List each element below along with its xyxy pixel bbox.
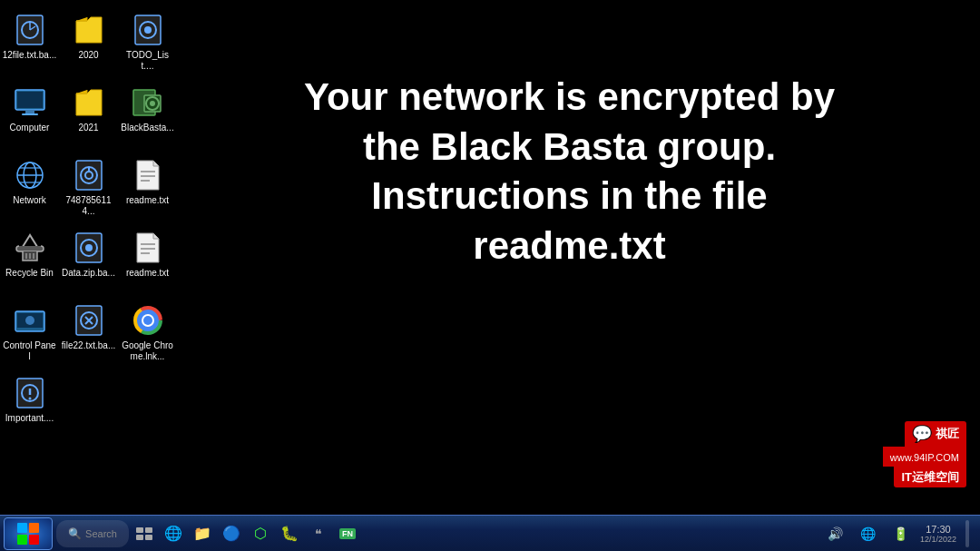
icon-2020[interactable]: 2020 bbox=[59, 7, 118, 80]
svg-rect-6 bbox=[17, 92, 43, 108]
icon-12file[interactable]: 12file.txt.ba... bbox=[0, 7, 59, 80]
icon-label-12file: 12file.txt.ba... bbox=[3, 50, 56, 61]
svg-point-30 bbox=[85, 244, 93, 251]
svg-point-44 bbox=[143, 316, 152, 325]
svg-point-36 bbox=[25, 316, 34, 325]
icon-computer[interactable]: Computer bbox=[0, 80, 59, 153]
icon-label-blackbasta: BlackBasta... bbox=[121, 123, 173, 133]
icon-important[interactable]: Important.... bbox=[0, 370, 59, 443]
watermark: 💬 祺匠 www.94IP.COM IT运维空间 bbox=[883, 421, 966, 487]
ransom-text: Your network is encrypted bythe Black Ba… bbox=[304, 75, 835, 267]
icon-label-2020: 2020 bbox=[78, 50, 98, 61]
svg-rect-55 bbox=[136, 535, 143, 540]
search-icon: 🔍 bbox=[68, 527, 82, 540]
show-desktop-button[interactable] bbox=[965, 520, 969, 547]
icon-readme1[interactable]: readme.txt bbox=[118, 153, 177, 225]
date-display: 12/1/2022 bbox=[920, 535, 956, 544]
svg-rect-56 bbox=[145, 535, 152, 540]
site-url: www.94IP.COM bbox=[890, 452, 959, 463]
desktop-icon-grid: 12file.txt.ba... 2020 TODO_List.... bbox=[0, 0, 177, 515]
icon-label-datazip: Data.zip.ba... bbox=[62, 268, 115, 279]
taskbar: 🔍 Search 🌐 📁 🔵 ⬡ 🐛 ❝ FN 🔊 🌐 🔋 17:30 12/1… bbox=[0, 515, 980, 551]
taskbar-icons: 🔍 Search 🌐 📁 🔵 ⬡ 🐛 ❝ FN bbox=[56, 520, 822, 547]
icon-label-readme2: readme.txt bbox=[126, 268, 169, 279]
folder-button[interactable]: 📁 bbox=[189, 520, 216, 547]
icon-label-important: Important.... bbox=[5, 413, 54, 424]
icon-datazip[interactable]: Data.zip.ba... bbox=[59, 225, 118, 298]
icon-label-computer: Computer bbox=[10, 123, 50, 133]
green-icon[interactable]: ⬡ bbox=[247, 520, 274, 547]
svg-rect-51 bbox=[17, 535, 27, 545]
desktop: 12file.txt.ba... 2020 TODO_List.... bbox=[0, 0, 980, 515]
icon-label-readme1: readme.txt bbox=[126, 195, 169, 206]
time-display: 17:30 bbox=[920, 524, 956, 535]
battery-icon[interactable]: 🔋 bbox=[887, 520, 915, 547]
clock[interactable]: 17:30 12/1/2022 bbox=[920, 524, 956, 544]
icon-label-control: Control Panel bbox=[3, 340, 57, 362]
icon-todo[interactable]: TODO_List.... bbox=[118, 7, 177, 80]
beetle-button[interactable]: 🐛 bbox=[276, 520, 303, 547]
icon-748file[interactable]: 7487856114... bbox=[59, 153, 118, 225]
fn-label: FN bbox=[339, 528, 356, 539]
brand-label: IT运维空间 bbox=[901, 470, 959, 484]
svg-rect-7 bbox=[25, 110, 34, 113]
taskview-button[interactable] bbox=[131, 520, 158, 547]
icon-control[interactable]: Control Panel bbox=[0, 298, 59, 370]
svg-rect-53 bbox=[136, 527, 143, 533]
search-button[interactable]: 🔍 Search bbox=[56, 520, 129, 547]
wechat-label: 祺匠 bbox=[936, 426, 959, 442]
start-button[interactable] bbox=[4, 517, 53, 550]
icon-label-todo: TODO_List.... bbox=[121, 50, 175, 72]
network-tray-icon[interactable]: 🌐 bbox=[855, 520, 882, 547]
taskbar-right: 🔊 🌐 🔋 17:30 12/1/2022 bbox=[822, 520, 976, 547]
icon-network[interactable]: Network bbox=[0, 153, 59, 225]
icon-label-file22: file22.txt.ba... bbox=[62, 340, 115, 351]
speaker-icon[interactable]: 🔊 bbox=[822, 520, 849, 547]
icon-label-748file: 7487856114... bbox=[62, 195, 116, 217]
icon-label-chrome: Google Chrome.lnk... bbox=[121, 340, 175, 362]
svg-point-12 bbox=[150, 101, 155, 106]
svg-point-4 bbox=[144, 26, 152, 34]
svg-rect-49 bbox=[17, 523, 27, 533]
svg-rect-8 bbox=[22, 113, 38, 115]
icon-label-network: Network bbox=[13, 195, 46, 206]
icon-recycle[interactable]: Recycle Bin bbox=[0, 225, 59, 298]
icon-chrome[interactable]: Google Chrome.lnk... bbox=[118, 298, 177, 370]
icon-label-recycle: Recycle Bin bbox=[5, 268, 54, 279]
icon-blackbasta[interactable]: BlackBasta... bbox=[118, 80, 177, 153]
icon-file22[interactable]: file22.txt.ba... bbox=[59, 298, 118, 370]
icon-label-2021: 2021 bbox=[78, 123, 98, 133]
ie-button[interactable]: 🌐 bbox=[160, 520, 187, 547]
fn-button[interactable]: FN bbox=[334, 520, 361, 547]
search-text: Search bbox=[85, 528, 117, 539]
svg-rect-54 bbox=[145, 527, 152, 533]
ransom-message: Your network is encrypted bythe Black Ba… bbox=[186, 73, 953, 271]
quote-button[interactable]: ❝ bbox=[305, 520, 332, 547]
icon-2021[interactable]: 2021 bbox=[59, 80, 118, 153]
svg-rect-52 bbox=[29, 535, 39, 545]
svg-point-48 bbox=[28, 398, 31, 400]
icon-readme2[interactable]: readme.txt bbox=[118, 225, 177, 298]
chrome-taskbar-button[interactable]: 🔵 bbox=[218, 520, 245, 547]
svg-rect-50 bbox=[29, 523, 39, 533]
